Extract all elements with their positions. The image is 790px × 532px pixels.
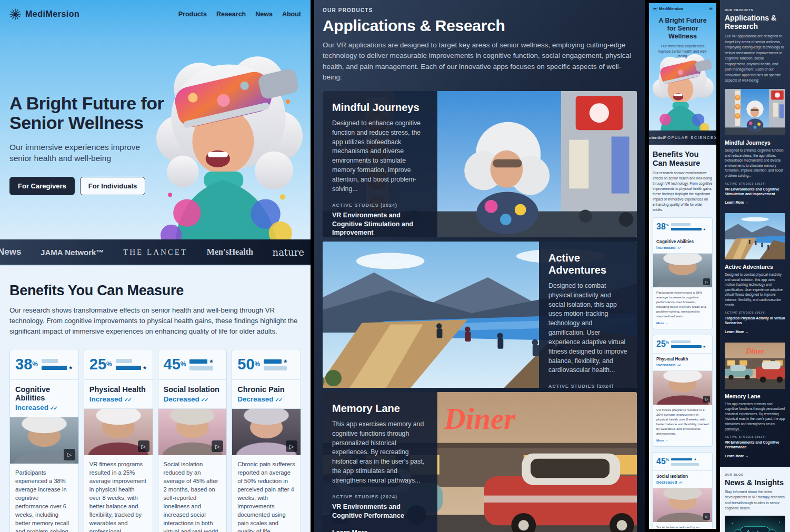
lake-hiking-photo: [725, 213, 785, 259]
stat-direction: Increased✓✓: [89, 395, 147, 403]
app-description: This app exercises memory and cognitive …: [332, 420, 428, 486]
press-logo-menshealth: Men'sHealth: [207, 247, 253, 257]
play-button[interactable]: ▷: [703, 278, 710, 285]
learn-more-link[interactable]: Learn More →: [332, 529, 376, 532]
mobile-home-panel: MediMersion ☰ A Bright Future for Senior…: [649, 3, 716, 529]
nav-products[interactable]: Products: [178, 11, 207, 18]
app-card-mindful-journeys: Mindful Journeys Designed to enhance cog…: [725, 89, 785, 206]
stat-metric: Physical Health: [656, 357, 709, 362]
brand[interactable]: MediMersion: [9, 8, 79, 20]
star-icon: ★: [68, 365, 73, 370]
press-logo-popular-science: POPULAR SCIENCE: [664, 135, 714, 140]
active-studies-label: ACTIVE STUDIES (2024): [725, 182, 785, 185]
medimersion-logo-icon: [653, 6, 657, 11]
stat-card-social: 45% ★ Social Isolation Decreased✓✓ ▷ Soc…: [653, 452, 713, 529]
medimersion-logo-icon: [9, 8, 21, 20]
stat-unit: %: [106, 360, 112, 368]
city-street-photo: [725, 89, 785, 135]
more-link[interactable]: More →: [656, 321, 668, 326]
retro-diner-photo: Diner: [725, 343, 785, 389]
app-overlay: Active Adventures Designed to combat phy…: [539, 242, 637, 388]
stat-photo-pain: ▷: [232, 409, 301, 455]
stat-metric: Cognitive Abilities: [15, 385, 73, 402]
study-title: VR Environments and Cognitive Performanc…: [332, 503, 428, 520]
app-name: Memory Lane: [725, 393, 785, 399]
stat-unit: %: [181, 360, 186, 368]
double-check-icon: ✓✓: [201, 397, 208, 403]
learn-more-link[interactable]: Learn More →: [725, 454, 748, 458]
menu-icon[interactable]: ☰: [709, 6, 713, 11]
stat-value: 45: [656, 457, 666, 466]
more-link[interactable]: More →: [656, 438, 668, 443]
stat-card-pain: 50% ★ Chronic Pain Decreased✓✓ ▷: [232, 349, 301, 532]
stat-card-physical: 25% ★ Physical Health Increased✓✓ ▷: [84, 349, 153, 532]
products-title: Applications & Research: [323, 17, 637, 35]
learn-more-link[interactable]: Learn More →: [725, 330, 748, 334]
nav-news[interactable]: News: [255, 11, 273, 18]
stat-photo-social: ▷: [158, 409, 227, 455]
hero-subtitle: Our immersive experiences improve senior…: [654, 44, 711, 59]
play-button[interactable]: ▷: [138, 440, 149, 452]
stat-direction: Increased✓✓: [656, 363, 709, 367]
nav-research[interactable]: Research: [216, 11, 246, 18]
mobile-benefits-section: Benefits You Can Measure Our research sh…: [649, 145, 716, 529]
brand[interactable]: MediMersion: [653, 6, 683, 11]
app-card-active-adventures: Active Adventures Designed to combat phy…: [323, 242, 637, 388]
for-individuals-button[interactable]: For Individuals: [80, 177, 145, 195]
stat-metric: Social Isolation: [164, 385, 222, 394]
nav-about[interactable]: About: [282, 11, 301, 18]
app-description: Designed to combat physical inactivity a…: [548, 282, 627, 375]
products-intro: Our VR applications are designed to targ…: [323, 40, 637, 83]
learn-more-link[interactable]: Learn More →: [725, 200, 748, 204]
active-studies-label: ACTIVE STUDIES (2024): [332, 203, 428, 208]
stat-direction: Decreased✓✓: [656, 480, 709, 485]
study-title: VR Environments and Cognitive Stimulatio…: [725, 187, 785, 196]
stat-direction: Decreased✓✓: [237, 395, 295, 403]
stat-card-physical: 25% ★ Physical Health Increased✓✓ ▷ VR f…: [653, 335, 713, 447]
stat-description: VR fitness programs resulted in a 25% av…: [89, 461, 146, 532]
stat-metric: Cognitive Abilities: [656, 239, 709, 244]
stat-figure: 38% ★: [10, 349, 78, 380]
play-button[interactable]: ▷: [703, 513, 710, 520]
stat-description: VR fitness programs resulted in a 25% av…: [656, 408, 709, 435]
star-icon: ★: [209, 359, 214, 364]
hero-subtitle: Our immersive experiences improve senior…: [9, 142, 144, 164]
benefits-section: Benefits You Can Measure Our research sh…: [0, 266, 311, 532]
stat-value: 38: [15, 356, 32, 373]
mobile-press-bar: Scientist POPULAR SCIENCE Science: [649, 131, 716, 145]
double-check-icon: ✓✓: [275, 397, 282, 403]
products-eyebrow: OUR PRODUCTS: [323, 7, 637, 13]
app-overlay: Memory Lane This app exercises memory an…: [323, 392, 437, 532]
study-title: VR Environments and Cognitive Performanc…: [725, 440, 785, 449]
for-caregivers-button[interactable]: For Caregivers: [9, 177, 75, 195]
star-icon: ★: [703, 228, 706, 231]
blog-eyebrow: OUR BLOG: [725, 473, 785, 476]
stat-photo-cognitive: ▷: [653, 254, 712, 287]
benefits-intro: Our research shows transformative effect…: [9, 305, 301, 336]
stat-direction: Decreased✓✓: [164, 395, 222, 403]
stat-card-cognitive: 38% ★ Cognitive Abilities Increased✓✓ ▷: [9, 349, 79, 532]
stat-description: Social isolation reduced by an average o…: [656, 525, 707, 529]
play-button[interactable]: ▷: [212, 440, 223, 452]
app-name: Mindful Journeys: [725, 139, 785, 146]
stat-direction: Increased✓✓: [656, 245, 709, 250]
hero-cta-row: For Caregivers For Individuals: [9, 177, 167, 195]
stat-unit: %: [666, 340, 669, 344]
stat-unit: %: [32, 360, 38, 368]
stat-photo-social: ▷: [653, 488, 712, 522]
app-card-memory-lane: Diner Memory Lane This app exercises mem…: [725, 343, 785, 459]
app-name: Active Adventures: [725, 264, 785, 270]
star-icon: ★: [703, 345, 706, 348]
play-button[interactable]: ▷: [286, 440, 297, 452]
play-button[interactable]: ▷: [64, 449, 75, 460]
products-title: Applications & Research: [725, 14, 785, 31]
double-check-icon: ✓✓: [677, 246, 680, 249]
stat-value: 50: [237, 356, 254, 373]
app-card-memory-lane: Diner Memory Lane This app exercises mem: [323, 392, 637, 532]
brand-name: MediMersion: [25, 9, 79, 19]
benefits-title: Benefits You Can Measure: [9, 283, 301, 299]
desktop-home-panel: MediMersion Products Research News About…: [0, 0, 311, 532]
mobile-hero: MediMersion ☰ A Bright Future for Senior…: [649, 3, 716, 131]
play-button[interactable]: ▷: [703, 396, 710, 403]
press-logo-news: News: [0, 247, 21, 257]
